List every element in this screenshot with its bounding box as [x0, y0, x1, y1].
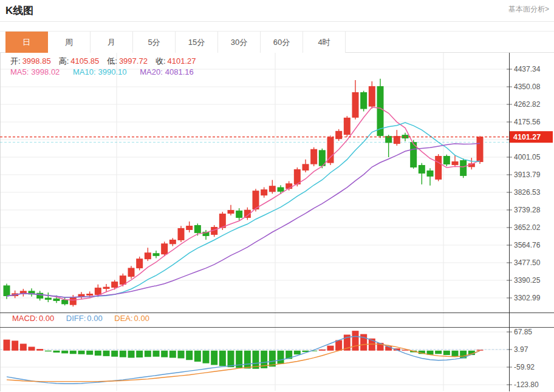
svg-text:4101.27: 4101.27: [513, 133, 541, 141]
tab-日[interactable]: 日: [5, 32, 48, 53]
page-title: K线图: [5, 0, 554, 22]
svg-text:3739.28: 3739.28: [514, 206, 541, 214]
svg-text:67.85: 67.85: [514, 328, 532, 336]
svg-text:3477.50: 3477.50: [514, 259, 541, 267]
gridlines: [0, 53, 509, 391]
tab-4时[interactable]: 4时: [303, 32, 346, 53]
tab-60分[interactable]: 60分: [261, 32, 303, 53]
tab-30分[interactable]: 30分: [218, 32, 261, 53]
frame: [0, 53, 554, 391]
svg-text:4001.05: 4001.05: [514, 153, 541, 161]
ma5-line: [7, 107, 480, 300]
y-axis: 4437.344350.084262.824175.564088.304001.…: [507, 65, 541, 389]
svg-text:4350.08: 4350.08: [514, 83, 541, 91]
svg-text:3913.79: 3913.79: [514, 171, 541, 179]
svg-text:4175.56: 4175.56: [514, 118, 541, 126]
svg-text:3302.99: 3302.99: [514, 294, 541, 302]
svg-text:-123.80: -123.80: [514, 380, 539, 389]
fundamental-analysis-link[interactable]: 基本面分析>: [508, 0, 549, 18]
timeframe-tabs: 日周月5分15分30分60分4时: [0, 31, 554, 53]
chart-area: 4437.344350.084262.824175.564088.304001.…: [0, 53, 554, 391]
ma20-line: [7, 143, 480, 297]
svg-text:3826.53: 3826.53: [514, 188, 541, 197]
tab-15分[interactable]: 15分: [176, 32, 218, 53]
tab-周[interactable]: 周: [48, 32, 91, 53]
kline-widget: K线图 基本面分析> 日周月5分15分30分60分4时 4437.344350.…: [0, 0, 554, 392]
svg-text:3390.25: 3390.25: [514, 276, 541, 285]
price-tag: 4101.27: [510, 131, 553, 143]
svg-text:4262.82: 4262.82: [514, 100, 541, 109]
diff-line: [7, 336, 480, 384]
svg-text:3652.02: 3652.02: [514, 223, 541, 232]
svg-text:3.97: 3.97: [514, 345, 528, 354]
candles: [4, 79, 484, 307]
tab-月[interactable]: 月: [91, 32, 133, 53]
header: K线图 基本面分析>: [0, 0, 554, 22]
svg-text:3564.76: 3564.76: [514, 241, 541, 249]
svg-text:4437.34: 4437.34: [514, 65, 541, 73]
svg-text:-59.92: -59.92: [514, 363, 535, 371]
kline-chart[interactable]: 4437.344350.084262.824175.564088.304001.…: [0, 53, 554, 391]
tab-5分[interactable]: 5分: [133, 32, 176, 53]
